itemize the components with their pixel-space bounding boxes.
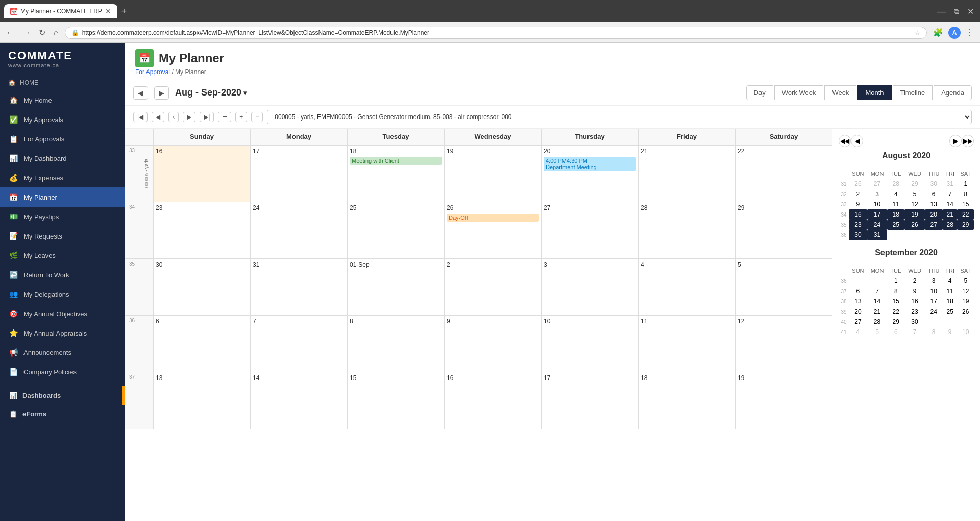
- mini-day-23[interactable]: 23: [849, 220, 867, 230]
- new-tab-button[interactable]: +: [121, 6, 127, 17]
- mini-day-12[interactable]: 12: [957, 286, 974, 296]
- mini-next-button[interactable]: ▶: [949, 135, 962, 147]
- mini-day-9[interactable]: 9: [849, 199, 867, 209]
- profile-avatar[interactable]: A: [948, 27, 961, 39]
- cal-day-2-1[interactable]: 31: [251, 259, 348, 315]
- resource-next-button[interactable]: ▶|: [200, 112, 214, 122]
- home-button[interactable]: ⌂: [52, 26, 61, 39]
- sidebar-item-for-approvals[interactable]: 📋 For Approvals: [0, 129, 125, 149]
- sidebar-item-company-policies[interactable]: 📄 Company Policies: [0, 362, 125, 382]
- cal-day-2-3[interactable]: 2: [445, 259, 542, 315]
- mini-day-10[interactable]: 10: [867, 199, 887, 209]
- cal-day-0-6[interactable]: 22: [736, 146, 832, 202]
- mini-day-29[interactable]: 29: [957, 220, 974, 230]
- cal-event-1-3-0[interactable]: Day-Off: [447, 214, 539, 222]
- mini-day-11[interactable]: 11: [887, 199, 904, 209]
- cal-day-2-5[interactable]: 4: [639, 259, 736, 315]
- cal-day-3-4[interactable]: 10: [542, 316, 639, 372]
- mini-day-6[interactable]: 6: [887, 327, 904, 337]
- mini-day-23[interactable]: 23: [904, 306, 924, 317]
- mini-day-21[interactable]: 21: [943, 209, 958, 220]
- cal-day-1-0[interactable]: 23: [154, 202, 251, 258]
- mini-day-10[interactable]: 10: [925, 286, 943, 296]
- resource-play-button[interactable]: ▶: [183, 112, 195, 122]
- menu-button[interactable]: ⋮: [964, 26, 976, 39]
- mini-day-15[interactable]: 15: [957, 199, 974, 209]
- cal-day-4-2[interactable]: 15: [348, 372, 445, 429]
- mini-day-22[interactable]: 22: [957, 209, 974, 220]
- cal-day-0-0[interactable]: 16: [154, 146, 251, 202]
- extensions-button[interactable]: 🧩: [931, 26, 945, 39]
- sidebar-item-my-delegations[interactable]: 👥 My Delegations: [0, 285, 125, 304]
- mini-day-5[interactable]: 5: [957, 276, 974, 286]
- mini-day-5[interactable]: 5: [904, 189, 924, 199]
- resource-prev-single-button[interactable]: ‹: [168, 112, 179, 122]
- mini-day-24[interactable]: 24: [925, 306, 943, 317]
- cal-day-0-1[interactable]: 17: [251, 146, 348, 202]
- cal-day-2-4[interactable]: 3: [542, 259, 639, 315]
- cal-day-3-1[interactable]: 7: [251, 316, 348, 372]
- sidebar-item-my-approvals[interactable]: ✅ My Approvals: [0, 110, 125, 129]
- mini-day-1[interactable]: 1: [887, 276, 904, 286]
- mini-day-31[interactable]: 31: [867, 230, 887, 240]
- mini-day-2[interactable]: 2: [849, 189, 867, 199]
- mini-day-9[interactable]: 9: [943, 327, 958, 337]
- view-week-button[interactable]: Week: [824, 85, 856, 100]
- cal-day-0-3[interactable]: 19: [445, 146, 542, 202]
- mini-day-30[interactable]: 30: [849, 230, 867, 240]
- mini-day-13[interactable]: 13: [849, 296, 867, 306]
- cal-day-3-5[interactable]: 11: [639, 316, 736, 372]
- mini-day-14[interactable]: 14: [943, 199, 958, 209]
- mini-day-10[interactable]: 10: [957, 327, 974, 337]
- cal-day-0-5[interactable]: 21: [639, 146, 736, 202]
- cal-day-4-4[interactable]: 17: [542, 372, 639, 429]
- mini-day-4[interactable]: 4: [943, 276, 958, 286]
- sidebar-item-my-annual-objectives[interactable]: 🎯 My Annual Objectives: [0, 304, 125, 323]
- mini-day-26[interactable]: 26: [904, 220, 924, 230]
- mini-day-18[interactable]: 18: [887, 209, 904, 220]
- resource-add-button[interactable]: +: [235, 112, 247, 122]
- mini-day-8[interactable]: 8: [957, 189, 974, 199]
- resource-last-button[interactable]: ⊢: [218, 112, 231, 122]
- sidebar-item-return-to-work[interactable]: ↩️ Return To Work: [0, 265, 125, 285]
- cal-event-0-4-0[interactable]: 4:00 PM4:30 PM Department Meeting: [544, 157, 636, 171]
- mini-day-16[interactable]: 16: [849, 209, 867, 220]
- mini-day-25[interactable]: 25: [943, 306, 958, 317]
- cal-day-2-0[interactable]: 30: [154, 259, 251, 315]
- cal-day-4-3[interactable]: 16: [445, 372, 542, 429]
- mini-day-29[interactable]: 29: [887, 317, 904, 327]
- mini-day-6[interactable]: 6: [849, 286, 867, 296]
- cal-day-3-2[interactable]: 8: [348, 316, 445, 372]
- mini-day-16[interactable]: 16: [904, 296, 924, 306]
- back-button[interactable]: ←: [4, 26, 16, 39]
- cal-day-1-4[interactable]: 27: [542, 202, 639, 258]
- sidebar-item-my-expenses[interactable]: 💰 My Expenses: [0, 168, 125, 187]
- period-label[interactable]: Aug - Sep-2020 ▾: [175, 87, 247, 98]
- mini-day-4[interactable]: 4: [849, 327, 867, 337]
- sidebar-item-my-requests[interactable]: 📝 My Requests: [0, 226, 125, 246]
- mini-day-26[interactable]: 26: [957, 306, 974, 317]
- cal-day-3-3[interactable]: 9: [445, 316, 542, 372]
- mini-day-17[interactable]: 17: [867, 209, 887, 220]
- cal-day-1-3[interactable]: 26Day-Off: [445, 202, 542, 258]
- mini-day-30[interactable]: 30: [925, 179, 943, 189]
- sidebar-item-my-leaves[interactable]: 🌿 My Leaves: [0, 246, 125, 265]
- view-workweek-button[interactable]: Work Week: [774, 85, 824, 100]
- mini-day-28[interactable]: 28: [887, 179, 904, 189]
- view-timeline-button[interactable]: Timeline: [893, 85, 933, 100]
- mini-day-8[interactable]: 8: [887, 286, 904, 296]
- refresh-button[interactable]: ↻: [37, 26, 47, 39]
- mini-day-27[interactable]: 27: [925, 220, 943, 230]
- tab-close-button[interactable]: ✕: [105, 7, 111, 15]
- resource-prev-button[interactable]: ◀: [152, 112, 164, 122]
- breadcrumb-link[interactable]: For Approval: [135, 68, 170, 76]
- sidebar-eforms-group[interactable]: 📋 eForms: [0, 405, 125, 423]
- mini-day-11[interactable]: 11: [943, 286, 958, 296]
- address-bar[interactable]: 🔒 https://demo.commateerp.com/default.as…: [65, 27, 927, 39]
- mini-day-24[interactable]: 24: [867, 220, 887, 230]
- cal-day-3-6[interactable]: 12: [736, 316, 832, 372]
- prev-period-button[interactable]: ◀: [133, 86, 148, 100]
- mini-prev-prev-button[interactable]: ◀◀: [839, 135, 851, 147]
- maximize-button[interactable]: ⧉: [952, 4, 961, 19]
- cal-day-4-1[interactable]: 14: [251, 372, 348, 429]
